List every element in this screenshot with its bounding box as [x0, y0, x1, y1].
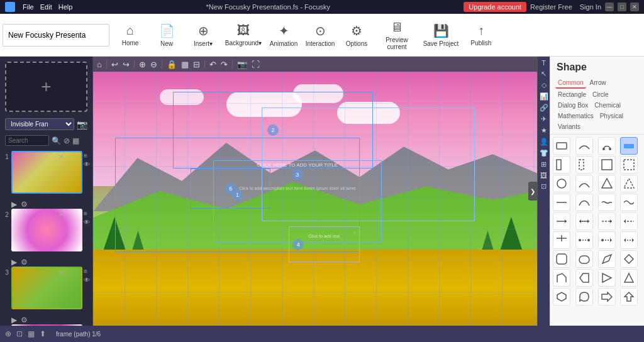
maximize-button[interactable]: □	[618, 3, 626, 11]
shape-item[interactable]	[620, 288, 638, 306]
shape-item[interactable]	[553, 212, 570, 230]
shape-item[interactable]	[620, 250, 638, 268]
canvas-zoom-in-icon[interactable]: ⊕	[138, 60, 147, 69]
shape-item[interactable]	[575, 212, 593, 230]
shape-item[interactable]	[553, 231, 570, 249]
shape-item[interactable]	[598, 269, 616, 287]
publish-button[interactable]: ↑ Publish	[463, 16, 499, 54]
background-button[interactable]: 🖼 Background▾	[221, 16, 265, 54]
frame-3-menu-icon[interactable]: ≡	[84, 268, 90, 275]
tool-people-icon[interactable]: 👤	[540, 138, 548, 146]
shape-item[interactable]	[598, 288, 616, 306]
tool-cursor-icon[interactable]: ↖	[541, 70, 547, 78]
shape-item[interactable]	[598, 250, 616, 268]
tool-more-icon[interactable]: ⊡	[541, 182, 547, 190]
category-mathematics[interactable]: Mathematics	[555, 111, 596, 121]
frame-3-play-icon[interactable]: ▶	[11, 316, 17, 324]
shape-item[interactable]	[553, 137, 570, 155]
frame-1-eye-icon[interactable]: 👁	[84, 161, 90, 168]
interaction-button[interactable]: ⊙ Interaction	[302, 16, 338, 54]
shape-item[interactable]	[575, 137, 593, 155]
category-physical[interactable]: Physical	[597, 111, 626, 121]
tool-photo-icon[interactable]: 🖼	[540, 172, 547, 179]
frame-1-settings-icon[interactable]: ⚙	[21, 200, 28, 209]
frame-3-eye-icon[interactable]: 👁	[84, 277, 90, 284]
shape-item[interactable]	[598, 137, 616, 155]
frame-name-select[interactable]: Invisible Fran	[5, 118, 74, 130]
frame-2-menu-icon[interactable]: ≡	[84, 210, 90, 217]
close-frame-3-button[interactable]: ✕	[58, 269, 64, 276]
preview-current-button[interactable]: 🖥 Preview current	[375, 16, 419, 54]
shape-item[interactable]	[620, 137, 638, 155]
grid-view-icon[interactable]: ▦	[72, 136, 79, 145]
canvas-camera-icon[interactable]: 📷	[236, 60, 248, 69]
canvas-redo2-icon[interactable]: ↷	[219, 60, 229, 69]
canvas-redo-icon[interactable]: ↪	[121, 60, 131, 69]
home-button[interactable]: ⌂ Home	[112, 16, 148, 54]
right-panel-collapse-button[interactable]: ❯	[528, 182, 537, 201]
shape-item[interactable]	[575, 156, 593, 174]
category-variants[interactable]: Variants	[555, 122, 583, 131]
frame-2-play-icon[interactable]: ▶	[11, 258, 17, 267]
shape-item[interactable]	[598, 175, 616, 192]
search-icon[interactable]: 🔍	[52, 136, 61, 145]
canvas-home-icon[interactable]: ⌂	[96, 60, 103, 69]
canvas-fullscreen-icon[interactable]: ⛶	[250, 60, 261, 69]
register-free-link[interactable]: Register Free	[530, 3, 572, 11]
camera-icon[interactable]: 📷	[77, 119, 87, 130]
shape-item[interactable]	[553, 250, 570, 268]
shape-item[interactable]	[620, 212, 638, 230]
menu-help[interactable]: Help	[58, 3, 73, 11]
animation-button[interactable]: ✦ Animation	[265, 16, 302, 54]
frame-1-play-icon[interactable]: ▶	[11, 200, 17, 209]
category-rectangle[interactable]: Rectangle	[555, 90, 589, 99]
shape-item[interactable]	[598, 156, 616, 174]
minimize-button[interactable]: —	[605, 3, 614, 11]
status-up-icon[interactable]: ⬆	[40, 329, 46, 338]
canvas-undo2-icon[interactable]: ↶	[208, 60, 218, 69]
new-button[interactable]: 📄 New	[148, 16, 185, 54]
tool-star-icon[interactable]: ★	[541, 126, 547, 135]
shape-item[interactable]	[620, 156, 638, 174]
shape-item[interactable]	[575, 288, 593, 306]
tool-chart-icon[interactable]: 📊	[540, 92, 548, 101]
shape-item[interactable]	[553, 156, 570, 174]
presentation-name-input[interactable]	[3, 24, 109, 47]
new-frame-button[interactable]: +	[5, 62, 87, 112]
canvas-ruler-icon[interactable]: ⊟	[192, 60, 201, 69]
menu-file[interactable]: File	[23, 3, 34, 11]
filter-icon[interactable]: ⊘	[64, 136, 70, 145]
shape-item[interactable]	[575, 194, 593, 211]
frame-2-eye-icon[interactable]: 👁	[84, 219, 90, 226]
sign-in-link[interactable]: Sign In	[580, 3, 601, 11]
status-remove-icon[interactable]: ⊡	[16, 329, 23, 338]
shape-item[interactable]	[620, 269, 638, 287]
shape-item[interactable]	[620, 194, 638, 211]
shape-item[interactable]	[553, 175, 570, 192]
shape-item[interactable]	[598, 231, 616, 249]
frame-3-settings-icon[interactable]: ⚙	[21, 316, 28, 324]
tool-shape-icon[interactable]: ◇	[541, 81, 547, 89]
shape-item[interactable]	[575, 175, 593, 192]
canvas-area[interactable]: ⌂ ↩ ↪ ⊕ ⊖ 🔒 ▦ ⊟ ↶ ↷ 📷 ⛶	[93, 57, 537, 326]
options-button[interactable]: ⚙ Options	[338, 16, 375, 54]
insert-button[interactable]: ⊕ Insert▾	[185, 16, 221, 54]
shape-item[interactable]	[553, 194, 570, 211]
shape-item[interactable]	[598, 212, 616, 230]
tool-layers-icon[interactable]: ⊞	[541, 160, 547, 168]
canvas-zoom-out-icon[interactable]: ⊖	[149, 60, 158, 69]
close-button[interactable]: ✕	[630, 3, 639, 11]
shape-item[interactable]	[598, 194, 616, 211]
category-arrow[interactable]: Arrow	[587, 78, 609, 89]
shape-item[interactable]	[553, 288, 570, 306]
shape-item[interactable]	[553, 269, 570, 287]
category-dialogbox[interactable]: Dialog Box	[555, 101, 591, 110]
tool-link-icon[interactable]: 🔗	[540, 104, 548, 112]
category-circle[interactable]: Circle	[590, 90, 611, 99]
menu-edit[interactable]: Edit	[40, 3, 52, 11]
tool-airplane-icon[interactable]: ✈	[541, 115, 547, 123]
shape-item[interactable]	[620, 231, 638, 249]
shape-item[interactable]	[575, 250, 593, 268]
canvas-undo-icon[interactable]: ↩	[110, 60, 119, 69]
canvas-lock-icon[interactable]: 🔒	[165, 60, 178, 69]
